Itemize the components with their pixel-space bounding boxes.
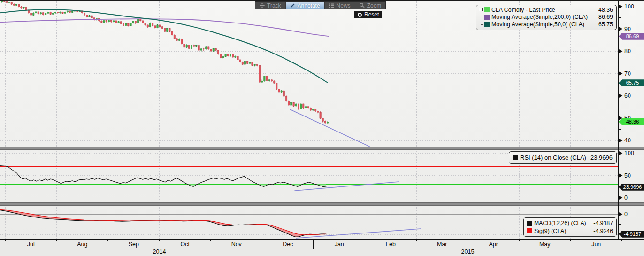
y-axis-label: 40 [624, 137, 631, 144]
ma50-swatch [484, 22, 490, 27]
legend-collapse-toggle[interactable] [478, 6, 484, 14]
track-icon [260, 3, 265, 8]
price-panel-legend[interactable]: CLA Comdty - Last Price 48.36 Moving Ave… [476, 5, 617, 30]
macd-swatch [527, 221, 532, 226]
x-axis-month-label: May [539, 241, 551, 248]
ma200-label: Moving Average(Simple,200,0) (CLA) [491, 14, 598, 20]
ma200-swatch [484, 15, 490, 20]
legend-row-macd: MACD(12,26) (CLA) -4.9187 [527, 219, 613, 227]
signal-label: Sig(9) (CLA) [534, 228, 593, 234]
tree-branch-icon [478, 14, 484, 21]
last-price-swatch [484, 7, 490, 12]
tree-end-icon [478, 21, 484, 28]
x-axis-month-label: Feb [385, 241, 396, 248]
y-axis-label: 90 [624, 26, 631, 32]
axis-price-badge: 23.9696 [619, 184, 644, 191]
news-button-label: News [337, 2, 351, 9]
y-axis-label: 80 [624, 48, 631, 54]
reset-button-label: Reset [364, 11, 379, 18]
rsi-swatch [513, 155, 518, 160]
axis-price-badge: 86.69 [619, 33, 644, 40]
x-axis-month-label: Sep [129, 241, 139, 248]
legend-row-signal: Sig(9) (CLA) -4.9246 [527, 227, 613, 235]
annotate-button[interactable]: Annotate [286, 2, 325, 9]
x-axis-month-label: Jun [591, 241, 601, 248]
news-button[interactable]: News [325, 2, 355, 9]
axis-price-badge: -4.9187 [619, 231, 644, 238]
legend-row-ma200: Moving Average(Simple,200,0) (CLA) 86.69 [478, 14, 613, 21]
reset-icon [358, 13, 362, 17]
x-axis-month-label: Nov [231, 241, 242, 248]
y-axis-label: 100 [624, 150, 634, 156]
x-axis-month-label: Mar [437, 241, 447, 248]
x-axis-year-label: 2014 [153, 248, 166, 255]
axis-price-badge: 48.36 [619, 118, 644, 125]
rsi-label: RSI (14) on Close (CLA) [520, 154, 587, 161]
chart-window: Track Annotate News Zoom Reset [0, 0, 644, 256]
track-button[interactable]: Track [255, 2, 286, 9]
macd-label: MACD(12,26) (CLA) [534, 220, 593, 226]
x-axis-month-label: Apr [489, 241, 498, 248]
legend-row-rsi: RSI (14) on Close (CLA) 23.9696 [513, 154, 613, 162]
x-axis-month-label: Jan [335, 241, 344, 248]
annotate-button-label: Annotate [298, 2, 320, 9]
legend-row-last-price: CLA Comdty - Last Price 48.36 [478, 6, 613, 14]
signal-swatch [527, 228, 532, 233]
ma50-label: Moving Average(Simple,50,0) (CLA) [491, 21, 598, 28]
x-axis-month-label: Dec [283, 241, 293, 248]
signal-value: -4.9246 [593, 228, 613, 234]
ma200-value: 86.69 [598, 14, 613, 20]
x-axis-year-label: 2015 [461, 248, 475, 255]
last-price-value: 48.36 [598, 7, 613, 13]
y-axis-label: 0 [624, 194, 628, 201]
legend-row-ma50: Moving Average(Simple,50,0) (CLA) 65.75 [478, 21, 613, 28]
rsi-value: 23.9696 [590, 154, 613, 161]
zoom-button[interactable]: Zoom [355, 2, 386, 9]
zoom-icon [360, 3, 365, 8]
x-axis-month-label: Oct [181, 241, 190, 248]
macd-panel-legend[interactable]: MACD(12,26) (CLA) -4.9187 Sig(9) (CLA) -… [523, 217, 617, 237]
ma50-value: 65.75 [598, 21, 613, 28]
rsi-panel-legend[interactable]: RSI (14) on Close (CLA) 23.9696 [509, 151, 617, 164]
chart-toolbar: Track Annotate News Zoom [255, 1, 386, 9]
y-axis-label: 0 [624, 211, 628, 217]
x-axis-month-label: Aug [77, 241, 87, 248]
x-axis-month-label: Jul [27, 241, 35, 248]
y-axis-label: 50 [624, 172, 631, 179]
axis-price-badge: 65.75 [619, 79, 644, 86]
y-axis-label: 100 [624, 3, 634, 10]
zoom-button-label: Zoom [367, 2, 382, 9]
y-axis-label: 70 [624, 70, 631, 77]
macd-value: -4.9187 [593, 220, 613, 226]
reset-button[interactable]: Reset [354, 11, 382, 18]
news-icon [329, 3, 334, 8]
last-price-label: CLA Comdty - Last Price [491, 7, 598, 13]
annotate-icon [290, 3, 295, 8]
track-button-label: Track [267, 2, 281, 9]
y-axis-label: 60 [624, 93, 631, 99]
